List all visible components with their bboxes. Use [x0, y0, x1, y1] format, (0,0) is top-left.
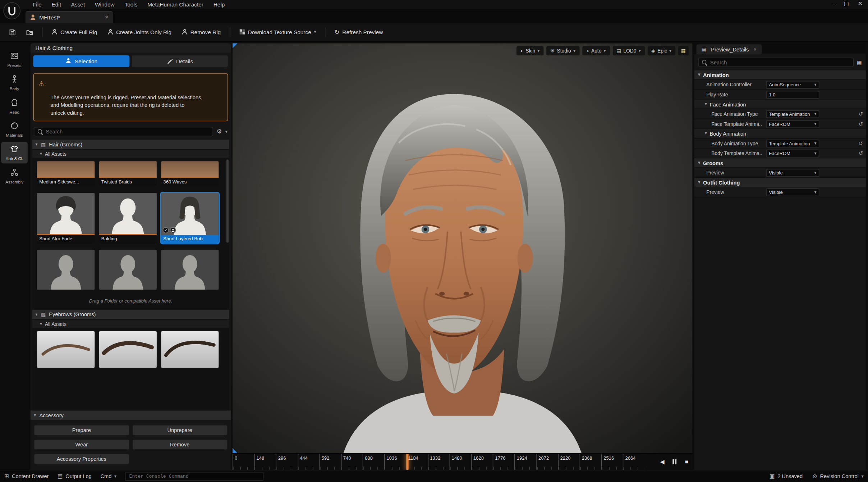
asset-asset-thumbnail[interactable] [99, 331, 157, 368]
reset-to-default-icon[interactable]: ↺ [858, 150, 863, 156]
section-header-outfit-clothing[interactable]: ▾Outfit Clothing [694, 178, 865, 187]
tab-close-icon[interactable]: ✕ [105, 15, 109, 20]
asset-search-input[interactable] [46, 129, 210, 135]
remove-button[interactable]: Remove [132, 439, 228, 450]
stop-button[interactable]: ■ [685, 459, 688, 465]
asset-balding[interactable]: Balding [99, 193, 157, 243]
menu-item-edit[interactable]: Edit [47, 1, 66, 8]
timeline-tick-1924[interactable]: 1924 [515, 454, 536, 470]
menu-item-metahuman-character[interactable]: MetaHuman Character [142, 1, 208, 8]
character-render[interactable] [233, 43, 693, 453]
refresh-preview-button[interactable]: ↻ Refresh Preview [330, 26, 387, 39]
group-header-hair-grooms[interactable]: ▾ ▧ Hair (Grooms) [32, 140, 229, 149]
asset-asset-thumbnail[interactable] [37, 250, 95, 290]
close-window-button[interactable]: ✕ [858, 1, 863, 7]
timeline-tick-1628[interactable]: 1628 [471, 454, 493, 470]
tab-details[interactable]: Details [132, 55, 228, 67]
timeline-ruler[interactable]: 0148296444592740888103611841332148016281… [233, 454, 656, 470]
timeline-tick-296[interactable]: 296 [276, 454, 298, 470]
section-header-body-animation[interactable]: ▾Body Animation [694, 129, 865, 138]
timeline-tick-2220[interactable]: 2220 [558, 454, 579, 470]
output-log-button[interactable]: ▤ Output Log [58, 473, 92, 479]
content-drawer-button[interactable]: ⊞ Content Drawer [4, 473, 49, 479]
group-header-eyebrows-grooms[interactable]: ▾ ▧ Eyebrows (Grooms) [32, 310, 229, 319]
timeline-tick-2664[interactable]: 2664 [623, 454, 644, 470]
timeline-tick-2368[interactable]: 2368 [580, 454, 601, 470]
prepare-button[interactable]: Prepare [34, 425, 129, 435]
unreal-engine-logo-icon[interactable] [3, 2, 21, 20]
sidebar-item-materials[interactable]: Materials [1, 119, 28, 140]
unsaved-changes-button[interactable]: ▣ 2 Unsaved [770, 473, 803, 479]
asset-browser[interactable]: ▾ ▧ Hair (Grooms) ▾ All Assets Medium Si… [32, 140, 229, 411]
sidebar-item-head[interactable]: Head [1, 95, 28, 117]
timeline-tick-444[interactable]: 444 [298, 454, 319, 470]
tab-mhtest[interactable]: MHTest* ✕ [26, 11, 113, 23]
details-search-input[interactable] [710, 59, 849, 65]
timeline-tick-1776[interactable]: 1776 [493, 454, 514, 470]
menu-item-file[interactable]: File [28, 1, 47, 8]
subgroup-all-assets-eyebrows[interactable]: ▾ All Assets [32, 320, 229, 328]
grid-view-icon[interactable]: ▦ [857, 59, 862, 65]
timeline-tick-888[interactable]: 888 [363, 454, 384, 470]
sidebar-item-hair-cl[interactable]: Hair & Cl. [1, 142, 28, 163]
details-search-box[interactable] [698, 58, 853, 67]
remove-rig-button[interactable]: Remove Rig [177, 26, 225, 39]
preview-viewport[interactable]: ◐Skin▾☀Studio▾◑Auto▾▤LOD0▾◈Epic▾▦ 014829… [233, 43, 693, 470]
settings-chevron-icon[interactable]: ▾ [225, 129, 228, 134]
create-joints-only-rig-button[interactable]: Create Joints Only Rig [103, 26, 176, 39]
reset-to-default-icon[interactable]: ↺ [858, 121, 863, 127]
body-template-anima-dropdown[interactable]: FaceROM▾ [766, 149, 819, 157]
unprepare-button[interactable]: Unprepare [132, 425, 228, 435]
section-header-grooms[interactable]: ▾Grooms [694, 158, 865, 168]
browse-to-asset-button[interactable] [22, 26, 38, 39]
asset-360-waves[interactable]: 360 Waves [161, 162, 219, 186]
go-to-start-button[interactable]: ◀ [660, 459, 665, 465]
asset-twisted-braids[interactable]: Twisted Braids [99, 162, 157, 186]
maximize-button[interactable]: ▢ [844, 1, 849, 7]
menu-item-window[interactable]: Window [90, 1, 120, 8]
menu-item-tools[interactable]: Tools [120, 1, 143, 8]
cmd-dropdown[interactable]: Cmd ▾ [100, 473, 116, 479]
timeline-tick-1184[interactable]: 1184 [406, 454, 428, 470]
timeline-tick-1332[interactable]: 1332 [428, 454, 449, 470]
asset-asset-thumbnail[interactable] [161, 331, 219, 368]
sidebar-item-presets[interactable]: Presets [1, 49, 28, 71]
timeline-tick-740[interactable]: 740 [341, 454, 363, 470]
timeline-tick-2516[interactable]: 2516 [601, 454, 623, 470]
tab-preview-details[interactable]: ▤ Preview_Details ✕ [697, 44, 762, 54]
viewport-setting-auto[interactable]: ◑Auto▾ [582, 46, 610, 55]
timeline-tick-2072[interactable]: 2072 [536, 454, 558, 470]
sidebar-item-body[interactable]: Body [1, 72, 28, 94]
asset-short-layered-bob[interactable]: ✓Short Layered Bob [161, 193, 219, 243]
save-button[interactable] [4, 26, 20, 39]
viewport-setting-skin[interactable]: ◐Skin▾ [516, 46, 543, 55]
accessory-properties-button[interactable]: Accessory Properties [34, 454, 129, 464]
timeline-tick-1036[interactable]: 1036 [384, 454, 406, 470]
group-header-accessory[interactable]: ▾ Accessory [31, 410, 231, 420]
timeline-tick-592[interactable]: 592 [319, 454, 341, 470]
face-animation-type-dropdown[interactable]: Template Animation▾ [766, 110, 819, 118]
screenshot-button[interactable]: ▦ [678, 46, 689, 55]
sidebar-item-assembly[interactable]: Assembly [1, 165, 28, 187]
menu-item-help[interactable]: Help [208, 1, 230, 8]
asset-medium-sideswe[interactable]: Medium Sideswe... [37, 162, 95, 186]
body-animation-type-dropdown[interactable]: Template Animation▾ [766, 139, 819, 147]
viewport-setting-epic[interactable]: ◈Epic▾ [647, 46, 675, 55]
reset-to-default-icon[interactable]: ↺ [858, 111, 863, 117]
tab-close-icon[interactable]: ✕ [753, 47, 757, 52]
face-template-anima-dropdown[interactable]: FaceROM▾ [766, 120, 819, 128]
preview-dropdown[interactable]: Visible▾ [766, 188, 819, 196]
scrollbar-thumb[interactable] [226, 160, 229, 243]
timeline-playhead[interactable] [406, 454, 408, 470]
section-header-animation[interactable]: ▾Animation [694, 71, 865, 80]
asset-search-box[interactable] [34, 127, 213, 136]
console-command-input[interactable] [129, 473, 260, 479]
download-texture-source-button[interactable]: Download Texture Source ▾ [235, 26, 321, 39]
subgroup-all-assets-hair[interactable]: ▾ All Assets [32, 150, 229, 158]
tab-selection[interactable]: Selection [33, 55, 129, 67]
reset-to-default-icon[interactable]: ↺ [858, 140, 863, 146]
viewport-setting-lod0[interactable]: ▤LOD0▾ [612, 46, 644, 55]
asset-short-afro-fade[interactable]: Short Afro Fade [37, 193, 95, 243]
revision-control-button[interactable]: ⊘ Revision Control ▾ [813, 473, 864, 479]
asset-asset-thumbnail[interactable] [161, 250, 219, 290]
